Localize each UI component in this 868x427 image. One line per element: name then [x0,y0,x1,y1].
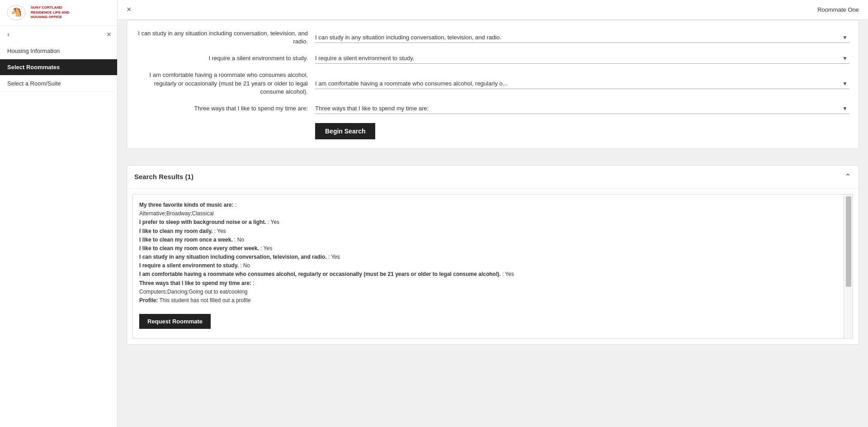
select-wrapper-silent-study: I require a silent environment to study.… [315,53,849,64]
result-field-music-value: Alternative;Broadway;Classical [139,209,837,218]
sidebar-item-housing-information[interactable]: Housing Information [0,43,117,59]
main-area: × Roommate One I can study in any situat… [118,0,868,427]
roommate-label: Roommate One [817,6,859,13]
sidebar-header: 🐴 SUNY CORTLAND RESIDENCE LIFE AND HOUSI… [0,0,117,26]
label-study-situation: I can study in any situation including c… [136,29,308,46]
select-wrapper-study-situation: I can study in any situation including c… [315,32,849,43]
nav-back-arrow[interactable]: ‹ [5,29,11,39]
logo-area: 🐴 SUNY CORTLAND RESIDENCE LIFE AND HOUSI… [5,5,70,21]
label-silent-study: I require a silent environment to study. [136,54,308,62]
result-field-background-noise: I prefer to sleep with background noise … [139,218,837,227]
begin-search-button[interactable]: Begin Search [315,123,375,139]
result-field-clean-weekly: I like to clean my room once a week. : N… [139,236,837,244]
result-field-alcohol: I am comfortable having a roommate who c… [139,270,837,279]
select-alcohol[interactable]: I am comfortable having a roommate who c… [315,78,849,89]
form-row-alcohol: I am comfortable having a roommate who c… [136,71,849,96]
svg-text:🐴: 🐴 [11,6,22,17]
label-alcohol: I am comfortable having a roommate who c… [136,71,308,96]
result-field-clean-biweekly: I like to clean my room once every other… [139,244,837,253]
content-wrapper: I can study in any situation including c… [118,20,868,165]
result-field-profile: Profile: This student has not filled out… [139,296,837,305]
result-item-card: My three favorite kinds of music are: : … [132,194,853,339]
search-results-card: Search Results (1) ⌃ My three favorite k… [127,165,859,345]
form-row-study-situation: I can study in any situation including c… [136,29,849,46]
result-field-time-ways-value: Computers;Dancing;Going out to eat/cooki… [139,288,837,296]
logo-text: SUNY CORTLAND RESIDENCE LIFE AND HOUSING… [31,5,70,19]
search-results-title: Search Results (1) [134,173,193,180]
request-roommate-wrapper: Request Roommate [139,309,837,329]
logo-icon: 🐴 [5,5,27,21]
select-wrapper-alcohol: I am comfortable having a roommate who c… [315,78,849,89]
collapse-icon[interactable]: ⌃ [844,172,851,182]
form-row-silent-study: I require a silent environment to study.… [136,53,849,64]
result-field-music: My three favorite kinds of music are: : [139,201,837,209]
select-silent-study[interactable]: I require a silent environment to study. [315,53,849,64]
select-three-ways[interactable]: Three ways that I like to spend my time … [315,103,849,114]
top-close-button[interactable]: × [127,5,132,14]
result-field-study-situation: I can study in any situation including c… [139,253,837,261]
request-roommate-button[interactable]: Request Roommate [139,314,211,329]
form-row-three-ways: Three ways that I like to spend my time … [136,103,849,114]
select-wrapper-three-ways: Three ways that I like to spend my time … [315,103,849,114]
sidebar-item-select-roommates[interactable]: Select Roommates [0,59,117,76]
result-field-clean-daily: I like to clean my room daily. : Yes [139,227,837,236]
label-three-ways: Three ways that I like to spend my time … [136,104,308,113]
search-results-header: Search Results (1) ⌃ [127,166,859,189]
sidebar-nav-controls: ‹ ✕ [0,26,117,43]
result-field-time-ways: Three ways that I like to spend my time … [139,279,837,288]
scrollbar-thumb [846,196,851,287]
result-item-content[interactable]: My three favorite kinds of music are: : … [133,195,844,338]
result-scrollbar[interactable] [844,195,853,338]
sidebar-close-button[interactable]: ✕ [106,31,112,38]
sidebar: 🐴 SUNY CORTLAND RESIDENCE LIFE AND HOUSI… [0,0,118,427]
select-study-situation[interactable]: I can study in any situation including c… [315,32,849,43]
result-field-silent-study: I require a silent environment to study.… [139,261,837,270]
sidebar-item-select-room[interactable]: Select a Room/Suite [0,76,117,92]
top-bar: × Roommate One [118,0,868,20]
results-inner: My three favorite kinds of music are: : … [127,189,859,344]
search-form-card: I can study in any situation including c… [127,20,859,149]
